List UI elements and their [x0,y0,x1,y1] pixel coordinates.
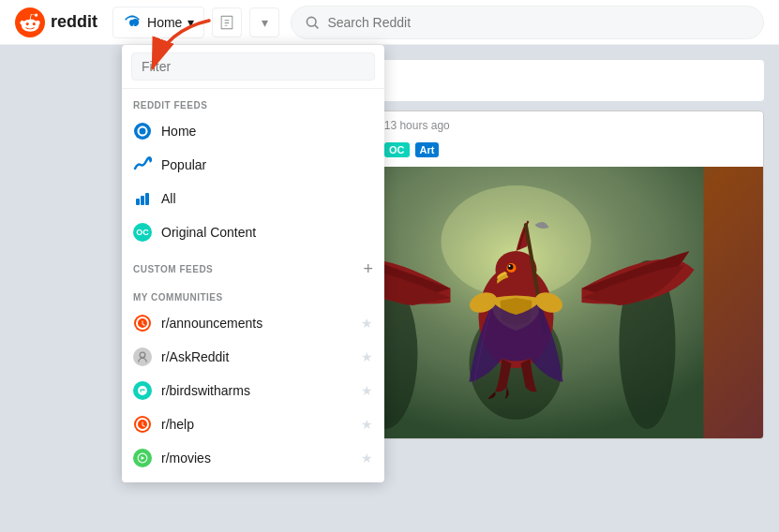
star-help[interactable]: ★ [361,417,373,432]
svg-point-25 [134,123,151,140]
oc-icon: OC [133,223,152,242]
reddit-wordmark: reddit [51,12,97,32]
announcements-icon [133,314,152,332]
home-menu-icon [133,122,152,140]
svg-rect-7 [225,22,230,23]
star-birdswitharms[interactable]: ★ [361,383,373,398]
menu-item-all[interactable]: All [122,182,384,215]
reddit-feeds-label: REDDIT FEEDS [122,89,384,114]
my-communities-label: MY COMMUNITIES [122,281,384,306]
svg-point-21 [509,265,511,267]
user-icon [218,14,235,31]
badge-oc: OC [384,142,410,157]
svg-rect-4 [221,15,222,28]
custom-feeds-label: CUSTOM FEEDS [133,264,213,274]
svg-rect-3 [221,28,233,29]
main-area: ▾ ted by u/PaulSacker 13 hours ago Chara… [0,45,779,532]
menu-item-home[interactable]: Home [122,114,384,148]
dropdown-menu: REDDIT FEEDS Home Popular All OC Origina… [122,45,384,482]
menu-help-label: r/help [161,417,194,432]
filter-input-wrap [122,45,384,89]
svg-rect-28 [141,196,144,205]
filter-input[interactable] [131,52,375,81]
caret-down-button[interactable]: ▾ [249,7,279,37]
birdswitharms-icon [133,381,152,400]
search-bar[interactable] [291,6,764,39]
badge-art: Art [415,142,440,157]
menu-all-label: All [161,191,176,206]
menu-item-help[interactable]: r/help ★ [122,407,384,441]
menu-item-askreddit[interactable]: r/AskReddit ★ [122,340,384,374]
add-custom-feed-button[interactable]: + [363,260,373,277]
star-announcements[interactable]: ★ [361,316,373,331]
menu-item-popular[interactable]: Popular [122,148,384,182]
search-icon [305,15,320,30]
svg-rect-27 [136,199,140,205]
header: reddit Home ▾ ▾ [0,0,779,45]
all-icon [133,189,152,208]
svg-line-10 [315,24,319,28]
menu-birdswitharms-label: r/birdswitharms [161,383,250,398]
caret-down-icon: ▾ [262,15,268,30]
home-feed-icon [123,13,142,32]
menu-item-birdswitharms[interactable]: r/birdswitharms ★ [122,374,384,407]
user-icon-button[interactable] [212,7,242,37]
popular-icon [133,155,152,174]
search-input[interactable] [327,15,750,30]
menu-item-announcements[interactable]: r/announcements ★ [122,306,384,340]
star-movies[interactable]: ★ [361,451,373,466]
menu-movies-label: r/movies [161,451,211,466]
menu-askreddit-label: r/AskReddit [161,349,229,364]
home-label: Home [147,15,182,30]
logo-area: reddit [15,7,97,37]
svg-rect-5 [232,15,233,28]
askreddit-icon [133,347,152,366]
reddit-logo-icon [15,7,45,37]
header-actions: ▾ [212,7,279,37]
menu-item-oc[interactable]: OC Original Content [122,215,384,249]
svg-rect-29 [145,193,149,205]
star-askreddit[interactable]: ★ [361,349,373,364]
svg-rect-8 [225,24,229,25]
custom-feeds-row: CUSTOM FEEDS + [122,249,384,281]
home-dropdown-button[interactable]: Home ▾ [112,7,204,38]
svg-rect-2 [221,15,233,16]
menu-announcements-label: r/announcements [161,316,262,331]
svg-point-31 [140,352,145,358]
movies-icon [133,449,152,467]
menu-popular-label: Popular [161,157,206,172]
menu-oc-label: Original Content [161,225,256,240]
menu-home-label: Home [161,124,196,139]
svg-point-20 [508,264,514,270]
dropdown-caret: ▾ [187,15,194,30]
menu-item-movies[interactable]: r/movies ★ [122,441,384,475]
svg-point-9 [307,17,317,26]
svg-rect-6 [225,20,230,21]
help-icon [133,415,152,434]
